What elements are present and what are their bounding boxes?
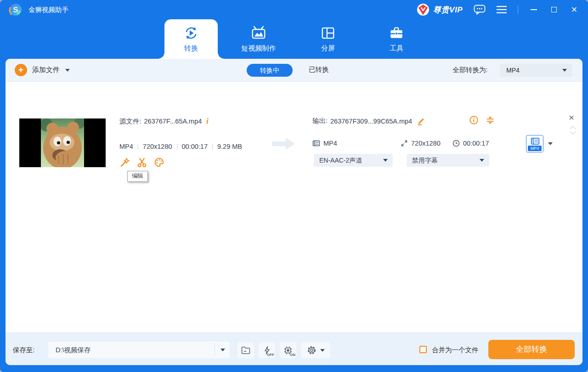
menu-icon[interactable] (497, 6, 507, 13)
merge-label: 合并为一个文件 (432, 346, 479, 355)
vip-label: 尊贵VIP (433, 5, 463, 15)
rename-pencil-icon[interactable] (417, 117, 425, 125)
global-format-caret-icon (562, 69, 567, 72)
edit-wand-icon[interactable] (120, 158, 130, 167)
save-path-input[interactable]: D:\视频保存 (48, 342, 230, 358)
output-format-box[interactable]: MP4 (526, 135, 543, 152)
source-format: MP4 (119, 143, 133, 150)
app-window: S 金狮视频助手 尊贵VIP (0, 0, 588, 372)
format-box-caret-icon[interactable] (548, 142, 553, 145)
remove-file-icon[interactable]: × (569, 113, 574, 122)
output-resolution-item: 720x1280 (401, 140, 441, 147)
save-path-value: D:\视频保存 (56, 342, 91, 358)
settings-caret-icon (320, 349, 325, 352)
convert-toolbar: + 添加文件 转换中 已转换 全部转换为: MP4 (6, 59, 582, 82)
hw-off-tag: OFF (267, 353, 274, 357)
trim-scissors-icon[interactable] (137, 158, 147, 167)
vip-button[interactable]: 尊贵VIP (417, 3, 463, 16)
convert-all-button[interactable]: 全部转换 (488, 340, 575, 359)
merge-checkbox[interactable] (419, 346, 427, 353)
convert-icon (183, 25, 199, 41)
titlebar: S 金狮视频助手 尊贵VIP (0, 0, 588, 19)
subtitle-select[interactable]: 禁用字幕 (407, 154, 489, 167)
tools-icon (389, 25, 404, 41)
titlebar-controls: 尊贵VIP × (417, 0, 579, 19)
flow-arrow-icon (270, 136, 297, 152)
folder-icon (241, 346, 250, 354)
path-divider (215, 344, 215, 356)
short-video-icon (251, 25, 266, 41)
audio-track-select[interactable]: EN-AAC-2声道 (314, 154, 393, 167)
output-actions (469, 116, 494, 124)
maximize-button[interactable] (549, 4, 559, 16)
source-info-icon[interactable]: i (206, 117, 209, 126)
output-filename: 263767F309...99C65A.mp4 (330, 118, 412, 125)
clock-icon (452, 140, 460, 147)
tab-split-screen[interactable]: 分屏 (305, 19, 351, 59)
subtitle-caret-icon (480, 159, 484, 162)
add-files-label: 添加文件 (32, 66, 60, 74)
output-info-icon[interactable] (469, 116, 478, 124)
gpu-on-tag: ON (290, 353, 295, 357)
source-duration: 00:00:17 (182, 143, 208, 150)
feedback-chat-icon[interactable] (474, 5, 486, 15)
source-meta: MP4 720x1280 00:00:17 9.29 MB (119, 143, 242, 150)
output-format: MP4 (323, 140, 337, 147)
save-path-caret-icon[interactable] (220, 349, 225, 351)
video-thumbnail[interactable] (19, 118, 106, 167)
source-filename: 263767F...65A.mp4 (144, 118, 202, 125)
subtitle-value: 禁用字幕 (412, 154, 438, 167)
add-files-caret-icon[interactable] (65, 69, 70, 72)
move-up-icon[interactable] (570, 126, 576, 130)
format-badge: MP4 (528, 146, 542, 151)
output-resolution: 720x1280 (411, 140, 441, 147)
film-icon (312, 140, 320, 147)
hardware-accel-off-button[interactable]: OFF (259, 342, 275, 358)
app-title: 金狮视频助手 (28, 0, 68, 19)
output-label: 输出: (312, 117, 328, 125)
main-panel: + 添加文件 转换中 已转换 全部转换为: MP4 (6, 59, 582, 365)
gear-icon (307, 345, 317, 355)
meta-separator (138, 144, 138, 150)
source-label: 源文件: (119, 117, 141, 126)
resolution-expand-icon (401, 140, 408, 147)
source-resolution: 720x1280 (143, 143, 172, 150)
converted-tab[interactable]: 已转换 (309, 65, 329, 74)
source-size: 9.29 MB (217, 143, 242, 150)
meta-separator (212, 144, 213, 150)
vip-gem-icon (417, 3, 430, 16)
edit-actions (120, 158, 164, 167)
effects-palette-icon[interactable] (154, 158, 164, 167)
global-format-value: MP4 (506, 64, 520, 77)
tune-settings-icon[interactable] (486, 116, 494, 124)
tab-convert[interactable]: 转换 (164, 19, 218, 59)
thumbnail-image (41, 118, 84, 167)
plus-icon: + (15, 64, 27, 76)
tab-short-video-label: 短视频制作 (242, 44, 276, 53)
settings-button[interactable] (301, 342, 330, 358)
open-folder-button[interactable] (237, 342, 254, 358)
save-to-label: 保存至: (13, 346, 35, 355)
convert-all-to-label: 全部转换为: (452, 66, 488, 74)
converting-tab[interactable]: 转换中 (247, 64, 293, 77)
file-row: 源文件: 263767F...65A.mp4 i MP4 720x1280 00… (6, 82, 582, 187)
app-logo-icon: S (8, 2, 23, 17)
audio-track-caret-icon (383, 159, 388, 162)
move-down-icon[interactable] (570, 131, 576, 135)
split-screen-icon (320, 25, 336, 41)
format-film-icon (531, 137, 540, 146)
titlebar-separator (518, 6, 518, 14)
add-files-button[interactable]: + 添加文件 (15, 64, 70, 76)
output-duration: 00:00:17 (463, 140, 489, 147)
global-format-select[interactable]: MP4 (500, 64, 572, 77)
tab-short-video[interactable]: 短视频制作 (224, 19, 293, 59)
reorder-controls (570, 126, 576, 135)
edit-tooltip: 编辑 (127, 171, 148, 182)
bottom-bar: 保存至: D:\视频保存 OFF (6, 333, 582, 365)
minimize-button[interactable] (529, 4, 538, 16)
tab-tools-label: 工具 (390, 44, 403, 53)
gpu-accel-on-button[interactable]: ON (280, 342, 296, 358)
output-format-item: MP4 (312, 140, 337, 147)
close-button[interactable]: × (570, 4, 579, 16)
tab-tools[interactable]: 工具 (373, 19, 419, 59)
